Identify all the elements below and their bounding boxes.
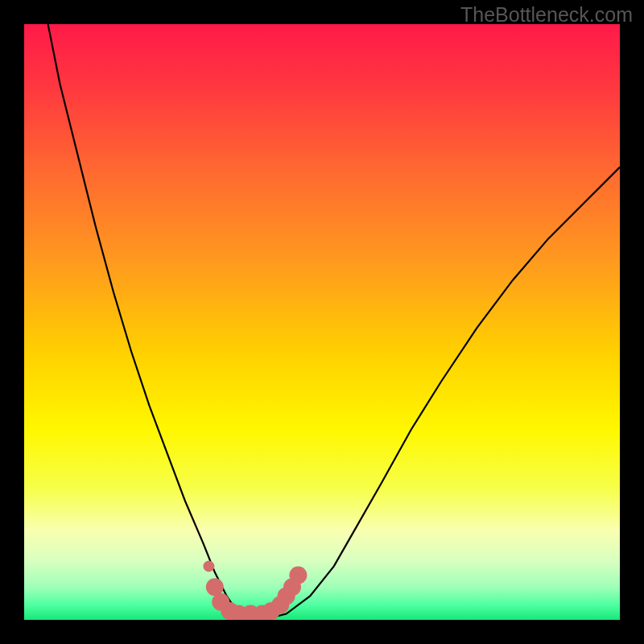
- curve-layer: [24, 24, 620, 620]
- highlight-dot: [203, 560, 214, 572]
- highlight-dot: [289, 567, 307, 584]
- chart-frame: TheBottleneck.com: [0, 0, 644, 644]
- bottleneck-curve: [48, 24, 620, 620]
- plot-area: [24, 24, 620, 620]
- watermark-text: TheBottleneck.com: [460, 3, 633, 27]
